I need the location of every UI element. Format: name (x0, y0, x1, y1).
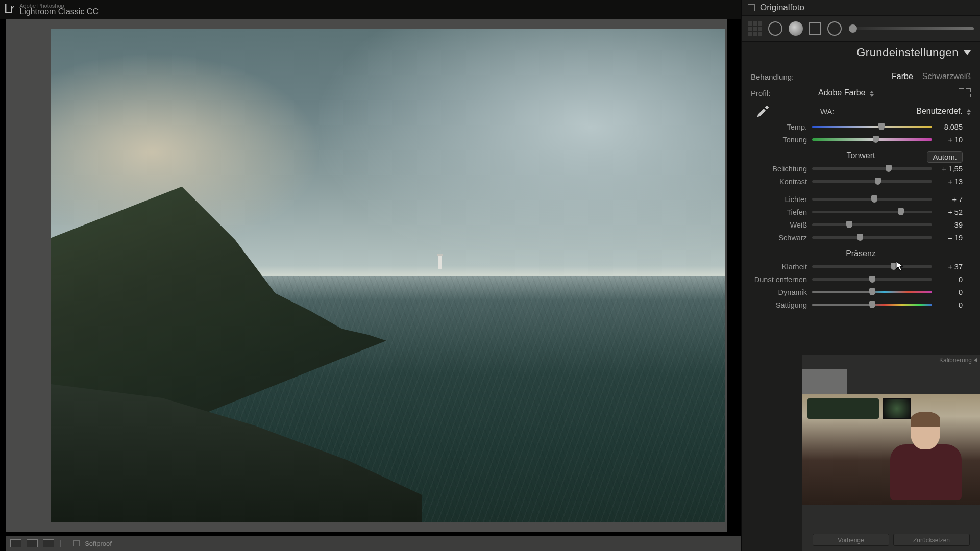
calibration-label: Kalibrierung (939, 357, 972, 364)
presence-header: Präsenz (751, 249, 971, 258)
exposure-slider[interactable]: Belichtung + 1,55 (751, 162, 963, 175)
original-photo-checkbox[interactable] (748, 4, 755, 11)
temp-knob[interactable] (878, 123, 885, 130)
saturation-knob[interactable] (869, 301, 875, 308)
clarity-slider[interactable]: Klarheit + 37 (751, 260, 963, 273)
treatment-label: Behandlung: (751, 72, 818, 81)
saturation-label: Sättigung (751, 301, 812, 309)
vibrance-value[interactable]: 0 (932, 288, 963, 296)
contrast-label: Kontrast (751, 178, 812, 186)
preview-thumb (802, 369, 847, 394)
whites-label: Weiß (751, 221, 812, 229)
divider: | (59, 539, 61, 548)
clarity-label: Klarheit (751, 263, 812, 271)
vibrance-slider[interactable]: Dynamik 0 (751, 286, 963, 298)
contrast-slider[interactable]: Kontrast + 13 (751, 175, 963, 188)
contrast-knob[interactable] (875, 178, 881, 185)
tone-header: Tonwert (846, 151, 875, 160)
blacks-label: Schwarz (751, 234, 812, 242)
exposure-value[interactable]: + 1,55 (932, 165, 963, 173)
profile-browser-icon[interactable] (959, 88, 971, 97)
blacks-value[interactable]: – 19 (932, 234, 963, 242)
local-adjustment-tools (742, 15, 980, 42)
crop-tool-icon[interactable] (748, 21, 762, 36)
basic-panel-title: Grundeinstellungen (856, 46, 959, 59)
blacks-knob[interactable] (857, 234, 863, 241)
highlights-slider[interactable]: Lichter + 7 (751, 193, 963, 206)
wb-dropdown[interactable]: Benutzerdef. (916, 107, 971, 116)
temp-slider[interactable]: Temp. 8.085 (751, 120, 963, 133)
clarity-knob[interactable] (891, 263, 897, 270)
dehaze-slider[interactable]: Dunst entfernen 0 (751, 273, 963, 286)
radial-filter-icon[interactable] (827, 21, 842, 36)
contrast-value[interactable]: + 13 (932, 178, 963, 186)
vibrance-knob[interactable] (869, 288, 875, 295)
highlights-label: Lichter (751, 195, 812, 204)
develop-right-panel: Originalfoto Grundeinstellungen Behandlu… (741, 0, 980, 551)
profile-label: Profil: (751, 89, 818, 97)
tint-label: Tonung (751, 136, 812, 144)
treatment-row: Behandlung: Farbe Schwarzweiß (751, 69, 971, 84)
clarity-value[interactable]: + 37 (932, 263, 963, 271)
shadows-knob[interactable] (898, 208, 904, 215)
exposure-label: Belichtung (751, 165, 812, 173)
dropdown-caret-icon (870, 91, 874, 95)
whites-slider[interactable]: Weiß – 39 (751, 218, 963, 231)
whites-knob[interactable] (846, 221, 852, 228)
basic-panel-header[interactable]: Grundeinstellungen (742, 42, 980, 64)
dehaze-knob[interactable] (869, 276, 875, 283)
exposure-knob[interactable] (886, 165, 892, 172)
app-title: Lightroom Classic CC (19, 7, 99, 16)
shadows-value[interactable]: + 52 (932, 208, 963, 216)
blacks-slider[interactable]: Schwarz – 19 (751, 231, 963, 244)
dropdown-caret-icon (967, 109, 971, 113)
saturation-value[interactable]: 0 (932, 301, 963, 309)
auto-tone-button[interactable]: Autom. (927, 151, 963, 163)
tint-value[interactable]: + 10 (932, 136, 963, 144)
whites-value[interactable]: – 39 (932, 221, 963, 229)
chevron-down-icon (964, 50, 971, 55)
saturation-slider[interactable]: Sättigung 0 (751, 298, 963, 311)
lower-right-area: Kalibrierung Vorherige Zurücksetzen (802, 355, 980, 551)
dehaze-value[interactable]: 0 (932, 276, 963, 284)
tint-slider[interactable]: Tonung + 10 (751, 133, 963, 146)
highlights-knob[interactable] (871, 195, 877, 203)
previous-button[interactable]: Vorherige (813, 534, 889, 546)
temp-value[interactable]: 8.085 (932, 123, 963, 131)
lr-logo-icon: Lr (4, 2, 13, 18)
wb-value: Benutzerdef. (916, 107, 963, 116)
original-photo-label: Originalfoto (760, 3, 804, 13)
image-stage (6, 19, 727, 532)
profile-row: Profil: Adobe Farbe (751, 84, 971, 102)
shadows-slider[interactable]: Tiefen + 52 (751, 206, 963, 218)
wb-eyedropper-icon[interactable] (751, 99, 775, 123)
softproof-label: Softproof (85, 540, 112, 547)
view-mode-loupe-icon[interactable] (10, 539, 21, 547)
redeye-tool-icon[interactable] (789, 21, 803, 36)
graduated-filter-icon[interactable] (809, 22, 821, 35)
calibration-panel-header[interactable]: Kalibrierung (939, 357, 977, 364)
spot-removal-icon[interactable] (768, 21, 782, 36)
treatment-bw[interactable]: Schwarzweiß (922, 72, 971, 81)
dehaze-label: Dunst entfernen (751, 276, 812, 284)
highlights-value[interactable]: + 7 (932, 195, 963, 204)
profile-dropdown[interactable]: Adobe Farbe (818, 88, 874, 97)
webcam-overlay (802, 394, 980, 505)
tint-knob[interactable] (873, 136, 879, 143)
vibrance-label: Dynamik (751, 288, 812, 296)
reset-button[interactable]: Zurücksetzen (893, 534, 970, 546)
view-mode-survey-icon[interactable] (43, 539, 54, 547)
shadows-label: Tiefen (751, 208, 812, 216)
view-mode-compare-icon[interactable] (27, 539, 38, 547)
treatment-color[interactable]: Farbe (892, 72, 913, 81)
temp-label: Temp. (751, 123, 812, 131)
edited-photo[interactable] (51, 29, 725, 522)
wb-label: WA: (820, 107, 835, 116)
softproof-checkbox[interactable] (74, 540, 80, 546)
chevron-left-icon (974, 358, 977, 362)
brush-size-slider[interactable] (854, 27, 974, 30)
profile-value: Adobe Farbe (818, 88, 866, 97)
